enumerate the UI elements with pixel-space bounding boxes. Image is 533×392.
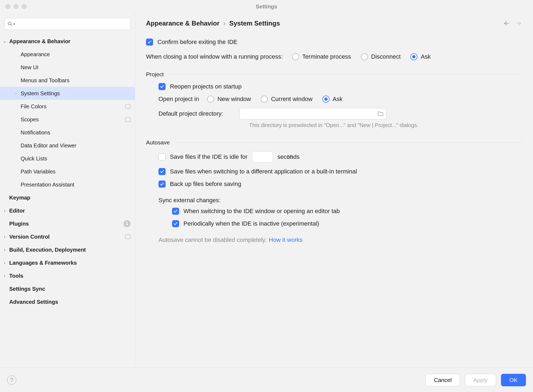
- idle-seconds-input[interactable]: [252, 151, 273, 163]
- tree-item-label: Advanced Settings: [9, 299, 58, 305]
- default-project-dir-hint: This directory is preselected in "Open..…: [249, 122, 522, 128]
- backup-before-save-checkbox[interactable]: [158, 181, 166, 188]
- chevron-right-icon: ›: [2, 208, 7, 213]
- chevron-right-icon: ›: [2, 274, 7, 278]
- save-on-switch-app-checkbox[interactable]: [158, 168, 166, 175]
- save-on-idle-label-after: seconds: [277, 153, 300, 160]
- tree-item-label: Version Control: [9, 234, 50, 240]
- ok-button[interactable]: OK: [501, 374, 526, 386]
- svg-point-0: [8, 22, 11, 25]
- tree-item[interactable]: Presentation Assistant: [0, 178, 135, 191]
- section-project: Project: [146, 71, 522, 78]
- tree-item[interactable]: New UI: [0, 61, 135, 74]
- tree-item[interactable]: ›Editor: [0, 204, 135, 217]
- cancel-button[interactable]: Cancel: [426, 374, 460, 386]
- reopen-projects-checkbox[interactable]: [158, 83, 166, 90]
- search-icon: [7, 21, 13, 27]
- window-minimize-button[interactable]: [14, 4, 18, 9]
- tree-item-label: Notifications: [21, 129, 50, 136]
- breadcrumb-parent[interactable]: Appearance & Behavior: [146, 20, 220, 27]
- window-title: Settings: [0, 4, 533, 10]
- help-button[interactable]: ?: [7, 375, 16, 385]
- search-input[interactable]: ▾: [4, 18, 131, 30]
- tree-item[interactable]: Plugins1: [0, 217, 135, 230]
- tree-item-label: Menus and Toolbars: [21, 77, 69, 84]
- chevron-right-icon: ›: [14, 91, 18, 96]
- nav-forward-button[interactable]: [516, 20, 522, 26]
- tree-item[interactable]: Settings Sync: [0, 282, 135, 295]
- body: ▾ ⌄Appearance & BehaviorAppearanceNew UI…: [0, 13, 533, 368]
- sync-on-switch-checkbox[interactable]: [172, 208, 179, 215]
- sync-on-switch-label: When switching to the IDE window or open…: [183, 208, 340, 215]
- radio-icon: [322, 96, 329, 103]
- sidebar: ▾ ⌄Appearance & BehaviorAppearanceNew UI…: [0, 13, 135, 368]
- default-project-dir-input[interactable]: [239, 108, 386, 119]
- radio-label: Ask: [421, 53, 431, 60]
- radio-label: Ask: [333, 96, 343, 103]
- tree-item[interactable]: Keymap: [0, 191, 135, 204]
- tree-item[interactable]: ›Languages & Frameworks: [0, 256, 135, 269]
- tree-item[interactable]: ⌄Appearance & Behavior: [0, 35, 135, 48]
- radio-ask[interactable]: Ask: [410, 53, 431, 60]
- tree-item[interactable]: Appearance: [0, 48, 135, 61]
- radio-icon: [361, 53, 368, 60]
- radio-open-ask[interactable]: Ask: [322, 96, 343, 103]
- autosave-note: Autosave cannot be disabled completely.: [158, 236, 266, 244]
- window-close-button[interactable]: [5, 4, 10, 9]
- tree-item[interactable]: ›Version Control: [0, 230, 135, 243]
- search-field[interactable]: [16, 21, 128, 27]
- window-controls: [5, 4, 27, 9]
- autosave-how-it-works-link[interactable]: How it works: [269, 236, 303, 244]
- tree-item[interactable]: Path Variables: [0, 165, 135, 178]
- tree-item[interactable]: Notifications: [0, 126, 135, 139]
- tree-item[interactable]: Data Editor and Viewer: [0, 139, 135, 152]
- radio-disconnect[interactable]: Disconnect: [361, 53, 401, 60]
- tree-item[interactable]: ›System Settings: [0, 87, 135, 100]
- scope-indicator-icon: [125, 104, 131, 109]
- tree-item-label: Data Editor and Viewer: [21, 143, 76, 149]
- tree-item-label: Scopes: [21, 116, 39, 123]
- apply-button[interactable]: Apply: [465, 374, 496, 386]
- chevron-right-icon: ›: [2, 235, 7, 239]
- tree-item[interactable]: Advanced Settings: [0, 295, 135, 308]
- tool-window-close-label: When closing a tool window with a runnin…: [146, 53, 283, 60]
- browse-folder-icon[interactable]: [377, 111, 383, 116]
- tree-item-label: Appearance: [21, 51, 50, 58]
- radio-terminate-process[interactable]: Terminate process: [292, 53, 351, 60]
- scope-indicator-icon: [125, 235, 131, 239]
- save-on-switch-app-label: Save files when switching to a different…: [170, 168, 357, 175]
- tree-item[interactable]: ›Tools: [0, 269, 135, 282]
- confirm-exit-checkbox[interactable]: [146, 39, 153, 46]
- confirm-exit-label: Confirm before exiting the IDE: [157, 39, 237, 46]
- breadcrumb-nav: [503, 20, 522, 26]
- tree-item-label: Settings Sync: [9, 286, 45, 292]
- radio-icon: [410, 53, 417, 60]
- radio-icon: [261, 96, 268, 103]
- backup-before-save-label: Back up files before saving: [170, 181, 241, 188]
- breadcrumb-current: System Settings: [229, 20, 280, 27]
- tree-item[interactable]: Menus and Toolbars: [0, 74, 135, 87]
- window-zoom-button[interactable]: [22, 4, 27, 9]
- tree-item-label: Languages & Frameworks: [9, 260, 77, 266]
- sync-periodic-checkbox[interactable]: [172, 220, 179, 227]
- radio-new-window[interactable]: New window: [207, 96, 251, 103]
- tree-item-label: File Colors: [21, 103, 47, 110]
- default-project-dir-field[interactable]: [242, 110, 375, 117]
- tree-item-label: Presentation Assistant: [21, 182, 74, 188]
- radio-label: Disconnect: [371, 53, 401, 60]
- search-history-caret-icon[interactable]: ▾: [13, 22, 15, 26]
- radio-label: Current window: [271, 96, 313, 103]
- radio-current-window[interactable]: Current window: [261, 96, 313, 103]
- tree-item[interactable]: Quick Lists: [0, 152, 135, 165]
- settings-window: Settings ▾ ⌄Appearance & BehaviorAppeara…: [0, 0, 533, 392]
- chevron-right-icon: ›: [2, 248, 7, 252]
- tree-item[interactable]: File Colors: [0, 100, 135, 113]
- nav-back-button[interactable]: [503, 20, 509, 26]
- save-on-idle-checkbox[interactable]: [158, 153, 166, 160]
- tree-item[interactable]: Scopes: [0, 113, 135, 126]
- svg-line-1: [11, 25, 12, 26]
- tree-item[interactable]: ›Build, Execution, Deployment: [0, 243, 135, 256]
- save-on-idle-label-before: Save files if the IDE is idle for: [170, 153, 248, 160]
- tree-item-label: New UI: [21, 64, 39, 71]
- breadcrumb: Appearance & Behavior › System Settings: [146, 20, 280, 27]
